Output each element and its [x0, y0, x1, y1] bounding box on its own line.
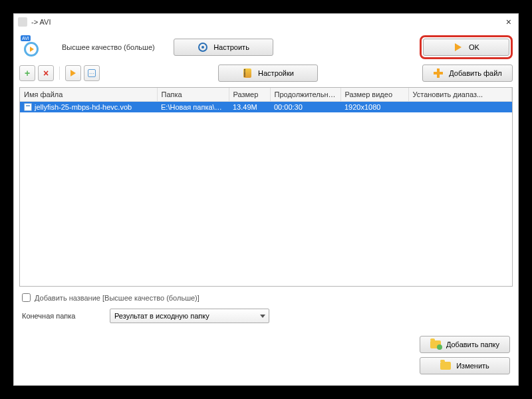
format-icon: AVI [22, 37, 43, 58]
add-button[interactable]: + [19, 65, 35, 81]
ok-button[interactable]: OK [423, 39, 509, 56]
add-title-checkbox[interactable] [22, 293, 31, 302]
remove-button[interactable]: × [38, 65, 54, 81]
info-button[interactable]: ⋯ [84, 65, 100, 81]
output-folder-row: Конечная папка Результат в исходную папк… [22, 309, 510, 323]
gear-icon [198, 42, 208, 53]
col-folder[interactable]: Папка [157, 88, 229, 101]
film-icon [242, 68, 253, 78]
toolbar-row: + × ⋯ Настройки Добавить файл [19, 65, 513, 82]
ok-highlight: OK [420, 35, 513, 59]
change-button[interactable]: Изменить [420, 357, 510, 374]
delete-icon: × [43, 68, 49, 78]
configure-button[interactable]: Настроить [174, 39, 273, 56]
quality-label: Высшее качество (больше) [62, 43, 168, 51]
folder-icon [440, 360, 451, 371]
file-icon [24, 103, 32, 111]
info-icon: ⋯ [88, 69, 96, 77]
dialog-window: -> AVI × AVI Высшее качество (больше) На… [13, 13, 519, 386]
col-video-size[interactable]: Размер видео [340, 88, 408, 101]
right-buttons: Добавить папку Изменить [420, 336, 510, 374]
close-button[interactable]: × [503, 17, 514, 27]
content: AVI Высшее качество (больше) Настроить O… [14, 30, 518, 329]
col-size[interactable]: Размер [229, 88, 270, 101]
table-row[interactable]: jellyfish-25-mbps-hd-hevc.vob E:\Новая п… [20, 101, 512, 112]
table-header-row: Имя файла Папка Размер Продолжительность… [20, 88, 512, 101]
plus-icon: + [25, 68, 30, 78]
bottom-section: Добавить название [Высшее качество (боль… [19, 293, 513, 323]
col-range[interactable]: Установить диапаз... [408, 88, 512, 101]
col-duration[interactable]: Продолжительность [270, 88, 340, 101]
output-folder-select[interactable]: Результат в исходную папку [110, 309, 269, 323]
add-title-label: Добавить название [Высшее качество (боль… [35, 294, 200, 302]
play-icon [70, 70, 76, 76]
settings-button[interactable]: Настройки [218, 65, 318, 82]
output-folder-label: Конечная папка [22, 312, 102, 320]
app-icon [18, 17, 27, 27]
col-filename[interactable]: Имя файла [20, 88, 157, 101]
window-title: -> AVI [31, 18, 503, 26]
folder-add-icon [430, 339, 441, 350]
arrow-icon [453, 42, 464, 53]
add-title-row: Добавить название [Высшее качество (боль… [22, 293, 510, 302]
plus-icon [433, 68, 444, 78]
top-row: AVI Высшее качество (больше) Настроить O… [19, 35, 513, 59]
add-file-button[interactable]: Добавить файл [422, 65, 513, 82]
file-table[interactable]: Имя файла Папка Размер Продолжительность… [19, 87, 513, 287]
add-folder-button[interactable]: Добавить папку [420, 336, 510, 353]
play-button[interactable] [65, 65, 81, 81]
titlebar: -> AVI × [14, 14, 518, 30]
